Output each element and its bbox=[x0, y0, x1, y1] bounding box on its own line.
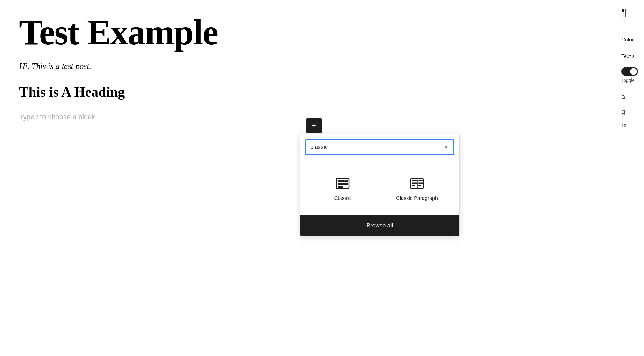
add-block-button[interactable]: + bbox=[306, 118, 322, 133]
svg-rect-6 bbox=[345, 183, 348, 185]
svg-rect-15 bbox=[418, 182, 423, 183]
blocks-grid: Classic bbox=[300, 160, 459, 215]
letter-a-section: a bbox=[621, 93, 625, 100]
text-s-label: Text s bbox=[621, 54, 635, 59]
svg-rect-10 bbox=[412, 180, 417, 181]
svg-rect-11 bbox=[412, 182, 417, 183]
classic-paragraph-block-item[interactable]: Classic Paragraph bbox=[380, 168, 454, 208]
svg-rect-13 bbox=[412, 185, 415, 186]
color-section: Color bbox=[621, 34, 633, 43]
purple-arrow-indicator bbox=[453, 168, 460, 187]
svg-rect-4 bbox=[338, 183, 341, 185]
number-18-section: 18 bbox=[621, 123, 626, 128]
text-size-section: Text s bbox=[621, 50, 635, 59]
panel-section-divider bbox=[621, 26, 639, 26]
post-body: Hi. This is a test post. bbox=[19, 62, 597, 71]
right-panel: ¶ Color Text s Toggle a g 18 bbox=[616, 0, 644, 356]
svg-rect-14 bbox=[418, 180, 423, 181]
toggle-section: Toggle bbox=[621, 67, 638, 83]
post-title: Test Example bbox=[19, 13, 597, 52]
block-inserter-popup: × bbox=[300, 134, 460, 236]
main-editor: Test Example Hi. This is a test post. Th… bbox=[0, 0, 616, 356]
search-input-wrapper: × bbox=[305, 139, 454, 155]
svg-rect-12 bbox=[412, 183, 417, 184]
paragraph-panel-icon[interactable]: ¶ bbox=[621, 6, 627, 18]
svg-rect-7 bbox=[338, 186, 341, 188]
classic-icon bbox=[334, 174, 352, 192]
post-heading: This is A Heading bbox=[19, 84, 597, 100]
classic-paragraph-block-label: Classic Paragraph bbox=[396, 196, 438, 201]
svg-rect-2 bbox=[341, 180, 345, 182]
svg-rect-17 bbox=[418, 185, 421, 186]
classic-block-label: Classic bbox=[334, 196, 351, 201]
toggle-switch[interactable] bbox=[621, 67, 638, 76]
letter-g-section: g bbox=[621, 108, 625, 115]
svg-rect-5 bbox=[341, 183, 345, 185]
browse-all-button[interactable]: Browse all bbox=[300, 215, 459, 236]
search-container: × bbox=[300, 134, 459, 160]
svg-rect-16 bbox=[418, 183, 423, 184]
block-search-input[interactable] bbox=[311, 144, 443, 151]
classic-paragraph-icon bbox=[408, 174, 426, 192]
color-label: Color bbox=[621, 37, 633, 43]
svg-rect-1 bbox=[338, 180, 341, 182]
classic-block-item[interactable]: Classic bbox=[305, 168, 380, 208]
clear-search-button[interactable]: × bbox=[443, 143, 449, 151]
svg-rect-3 bbox=[345, 180, 348, 182]
svg-rect-8 bbox=[341, 186, 343, 188]
toggle-label: Toggle bbox=[621, 78, 638, 83]
